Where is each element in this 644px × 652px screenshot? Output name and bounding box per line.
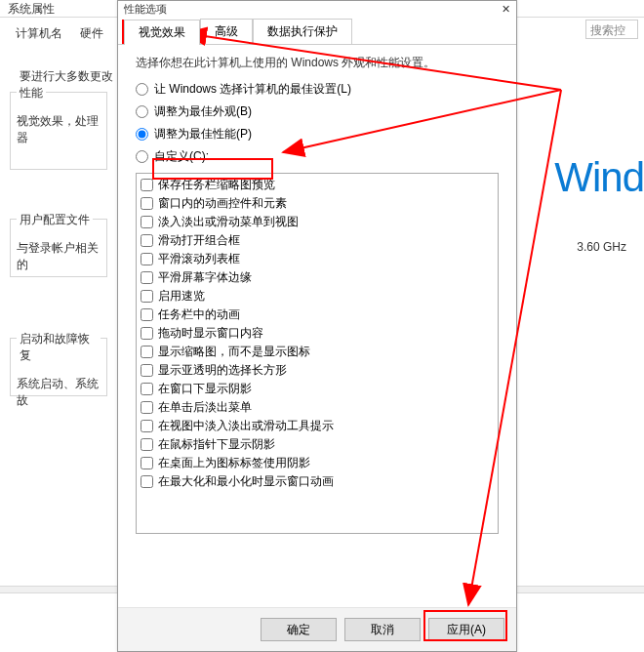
bg-group-performance-text: 视觉效果，处理器 xyxy=(17,113,101,146)
check-label-5: 平滑屏幕字体边缘 xyxy=(158,269,252,286)
check-label-12: 在单击后淡出菜单 xyxy=(158,399,252,416)
check-row-2[interactable]: 淡入淡出或滑动菜单到视图 xyxy=(141,213,494,231)
check-label-16: 在最大化和最小化时显示窗口动画 xyxy=(158,473,334,490)
check-row-9[interactable]: 显示缩略图，而不是显示图标 xyxy=(141,343,494,361)
bg-group-userprofile-text: 与登录帐户相关的 xyxy=(17,240,101,273)
check-label-8: 拖动时显示窗口内容 xyxy=(158,325,263,342)
check-input-2[interactable] xyxy=(141,216,153,228)
check-input-5[interactable] xyxy=(141,271,153,284)
check-input-13[interactable] xyxy=(141,420,153,432)
check-row-5[interactable]: 平滑屏幕字体边缘 xyxy=(141,268,494,287)
check-input-10[interactable] xyxy=(141,364,153,377)
check-label-10: 显示亚透明的选择长方形 xyxy=(158,362,287,379)
check-label-9: 显示缩略图，而不是显示图标 xyxy=(158,344,310,360)
bg-tab-computername[interactable]: 计算机名 xyxy=(10,23,68,44)
bg-group-startup-text: 系统启动、系统故 xyxy=(17,376,101,409)
bg-instruction: 要进行大多数更改 xyxy=(20,68,113,85)
check-input-0[interactable] xyxy=(141,179,153,191)
check-input-3[interactable] xyxy=(141,234,153,247)
performance-options-dialog: 性能选项 ✕ 视觉效果 高级 数据执行保护 选择你想在此计算机上使用的 Wind… xyxy=(117,0,517,652)
check-row-16[interactable]: 在最大化和最小化时显示窗口动画 xyxy=(141,472,494,491)
cpu-speed: 3.60 GHz xyxy=(577,240,626,254)
check-input-6[interactable] xyxy=(141,290,153,303)
check-row-8[interactable]: 拖动时显示窗口内容 xyxy=(141,324,494,343)
check-label-13: 在视图中淡入淡出或滑动工具提示 xyxy=(158,418,334,434)
check-row-0[interactable]: 保存任务栏缩略图预览 xyxy=(141,176,494,194)
apply-button[interactable]: 应用(A) xyxy=(428,618,504,641)
check-input-1[interactable] xyxy=(141,197,153,210)
close-icon[interactable]: ✕ xyxy=(502,3,510,16)
tab-advanced[interactable]: 高级 xyxy=(200,19,253,44)
cancel-button[interactable]: 取消 xyxy=(344,618,421,641)
check-row-13[interactable]: 在视图中淡入淡出或滑动工具提示 xyxy=(141,417,494,435)
radio-label-2: 调整为最佳性能(P) xyxy=(154,126,252,143)
search-input[interactable]: 搜索控制面 xyxy=(585,20,638,39)
check-input-4[interactable] xyxy=(141,253,153,265)
check-row-6[interactable]: 启用速览 xyxy=(141,287,494,306)
check-label-7: 任务栏中的动画 xyxy=(158,306,240,323)
check-label-3: 滑动打开组合框 xyxy=(158,232,240,249)
check-row-1[interactable]: 窗口内的动画控件和元素 xyxy=(141,194,494,213)
bg-group-startup-title: 启动和故障恢复 xyxy=(17,331,101,364)
check-row-7[interactable]: 任务栏中的动画 xyxy=(141,306,494,324)
visual-effects-checklist[interactable]: 保存任务栏缩略图预览窗口内的动画控件和元素淡入淡出或滑动菜单到视图滑动打开组合框… xyxy=(136,173,499,534)
check-input-11[interactable] xyxy=(141,383,153,395)
check-input-16[interactable] xyxy=(141,475,153,488)
dialog-titlebar: 性能选项 ✕ xyxy=(118,1,516,17)
radio-input-3[interactable] xyxy=(136,150,148,163)
check-input-15[interactable] xyxy=(141,457,153,469)
radio-input-1[interactable] xyxy=(136,105,148,118)
radio-group: 让 Windows 选择计算机的最佳设置(L)调整为最佳外观(B)调整为最佳性能… xyxy=(118,77,516,169)
bg-group-userprofile: 用户配置文件 与登录帐户相关的 xyxy=(10,219,107,277)
check-input-8[interactable] xyxy=(141,327,153,340)
check-label-6: 启用速览 xyxy=(158,288,205,305)
bg-tab-hardware[interactable]: 硬件 xyxy=(74,23,109,44)
check-label-14: 在鼠标指针下显示阴影 xyxy=(158,436,275,453)
bg-group-performance: 性能 视觉效果，处理器 xyxy=(10,92,107,170)
radio-label-0: 让 Windows 选择计算机的最佳设置(L) xyxy=(154,81,351,98)
radio-label-3: 自定义(C): xyxy=(154,148,209,165)
bg-group-userprofile-title: 用户配置文件 xyxy=(17,212,93,228)
radio-option-1[interactable]: 调整为最佳外观(B) xyxy=(136,103,499,120)
check-row-15[interactable]: 在桌面上为图标标签使用阴影 xyxy=(141,454,494,472)
radio-option-3[interactable]: 自定义(C): xyxy=(136,148,499,165)
check-label-1: 窗口内的动画控件和元素 xyxy=(158,195,287,212)
check-input-7[interactable] xyxy=(141,308,153,321)
check-row-14[interactable]: 在鼠标指针下显示阴影 xyxy=(141,435,494,454)
check-input-12[interactable] xyxy=(141,401,153,414)
bg-group-startup: 启动和故障恢复 系统启动、系统故 xyxy=(10,338,107,396)
tab-dep[interactable]: 数据执行保护 xyxy=(253,19,352,44)
check-row-4[interactable]: 平滑滚动列表框 xyxy=(141,250,494,268)
check-input-9[interactable] xyxy=(141,346,153,358)
radio-option-2[interactable]: 调整为最佳性能(P) xyxy=(136,126,499,143)
check-row-10[interactable]: 显示亚透明的选择长方形 xyxy=(141,361,494,380)
radio-label-1: 调整为最佳外观(B) xyxy=(154,103,252,120)
dialog-tabs: 视觉效果 高级 数据执行保护 xyxy=(118,17,516,45)
tab-visual-effects[interactable]: 视觉效果 xyxy=(124,20,200,45)
check-label-0: 保存任务栏缩略图预览 xyxy=(158,177,275,193)
radio-input-2[interactable] xyxy=(136,128,148,141)
check-row-12[interactable]: 在单击后淡出菜单 xyxy=(141,398,494,417)
check-label-15: 在桌面上为图标标签使用阴影 xyxy=(158,455,310,471)
check-label-4: 平滑滚动列表框 xyxy=(158,251,240,267)
check-label-2: 淡入淡出或滑动菜单到视图 xyxy=(158,214,299,230)
windows-brand-text: Wind xyxy=(554,154,644,201)
bg-group-performance-title: 性能 xyxy=(17,85,46,102)
check-label-11: 在窗口下显示阴影 xyxy=(158,381,252,397)
ok-button[interactable]: 确定 xyxy=(261,618,337,641)
check-row-3[interactable]: 滑动打开组合框 xyxy=(141,231,494,250)
dialog-title-text: 性能选项 xyxy=(124,2,167,17)
check-input-14[interactable] xyxy=(141,438,153,451)
dialog-buttons: 确定 取消 应用(A) xyxy=(118,607,516,651)
radio-option-0[interactable]: 让 Windows 选择计算机的最佳设置(L) xyxy=(136,81,499,98)
dialog-description: 选择你想在此计算机上使用的 Windows 外观和性能设置。 xyxy=(118,45,516,77)
radio-input-0[interactable] xyxy=(136,83,148,96)
check-row-11[interactable]: 在窗口下显示阴影 xyxy=(141,380,494,398)
